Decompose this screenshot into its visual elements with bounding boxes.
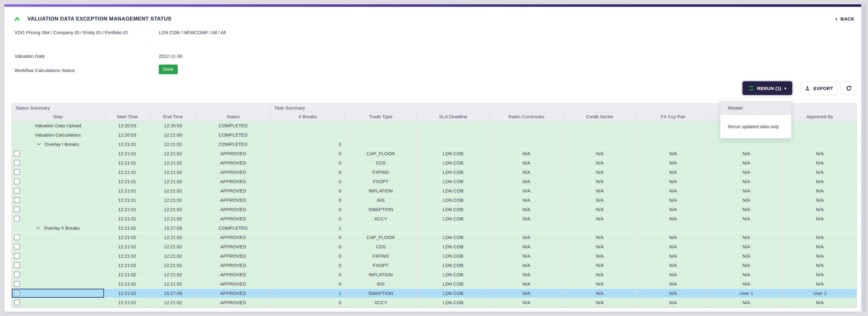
back-button[interactable]: ‹ BACK bbox=[835, 16, 854, 22]
cell-rates: N/A bbox=[490, 186, 563, 196]
cell-start: 12:21:02 bbox=[104, 279, 150, 289]
cell-start: 12:21:01 bbox=[104, 186, 150, 196]
cell-col11: User 1 bbox=[710, 289, 783, 298]
meta-value: LDN COB / NEWCOMP / All / All bbox=[159, 29, 226, 36]
cell-credit: N/A bbox=[563, 214, 637, 223]
cell-credit bbox=[563, 130, 637, 140]
expand-chevron-icon[interactable] bbox=[36, 226, 40, 230]
cell-rates: N/A bbox=[490, 168, 563, 177]
cell-credit: N/A bbox=[563, 186, 637, 196]
cell-breaks: 0 bbox=[271, 196, 345, 205]
table-row[interactable]: 12:21:0112:21:02APPROVED0CAP_FLOORLDN CO… bbox=[12, 149, 857, 158]
cell-credit: N/A bbox=[563, 298, 637, 307]
row-checkbox[interactable] bbox=[14, 244, 20, 250]
cell-status: APPROVED bbox=[196, 270, 271, 279]
rerun-dropdown-menu: RestartRerun updated data only bbox=[720, 98, 792, 138]
cell-status: APPROVED bbox=[196, 186, 271, 196]
cell-credit: N/A bbox=[563, 279, 637, 289]
column-header: # Breaks bbox=[271, 112, 345, 121]
cell-fx: N/A bbox=[637, 279, 710, 289]
table-row[interactable]: 12:21:0212:21:02APPROVED0CDSLDN COBN/AN/… bbox=[12, 242, 857, 251]
row-checkbox[interactable] bbox=[14, 290, 20, 296]
table-row[interactable]: 12:21:0215:27:09APPROVED1SWAPTIONLDN COB… bbox=[12, 289, 857, 298]
vertical-scrollbar[interactable] bbox=[862, 4, 866, 312]
export-label: EXPORT bbox=[813, 86, 833, 91]
table-row[interactable]: Overlay II Breaks12:21:0215:27:09COMPLET… bbox=[12, 223, 857, 233]
table-row[interactable]: 12:21:0112:21:02APPROVED0INFLATIONLDN CO… bbox=[12, 186, 857, 196]
cell-sla: LDN COB bbox=[416, 233, 490, 242]
cell-status: APPROVED bbox=[196, 242, 271, 251]
rerun-label: RERUN (1) bbox=[757, 86, 782, 91]
table-row[interactable]: 12:21:0112:21:02APPROVED0XCCYLDN COBN/AN… bbox=[12, 214, 857, 223]
reload-button[interactable] bbox=[841, 81, 857, 95]
cell-step bbox=[12, 149, 104, 158]
dropdown-item[interactable]: Restart bbox=[720, 101, 791, 115]
cell-sla: LDN COB bbox=[416, 205, 490, 214]
row-checkbox[interactable] bbox=[14, 216, 20, 222]
table-group-header: Status Summary bbox=[12, 104, 271, 112]
cell-status: APPROVED bbox=[196, 205, 271, 214]
cell-sla: LDN COB bbox=[416, 261, 490, 270]
cell-end: 12:21:02 bbox=[150, 242, 196, 251]
cell-step bbox=[12, 158, 104, 168]
cell-fx: N/A bbox=[637, 270, 710, 279]
row-checkbox[interactable] bbox=[14, 178, 20, 184]
cell-rates: N/A bbox=[490, 196, 563, 205]
status-badge: Done bbox=[159, 65, 178, 74]
table-row[interactable]: 12:21:0212:21:02APPROVED0FXFWDLDN COBN/A… bbox=[12, 251, 857, 261]
cell-breaks: 0 bbox=[271, 270, 345, 279]
collapse-section-icon[interactable] bbox=[14, 17, 20, 21]
table-row[interactable]: Overlay I Breaks12:21:0112:21:02COMPLETE… bbox=[12, 140, 857, 149]
row-checkbox[interactable] bbox=[14, 253, 20, 259]
row-checkbox[interactable] bbox=[14, 262, 20, 268]
dropdown-item[interactable]: Rerun updated data only bbox=[720, 119, 791, 134]
row-checkbox[interactable] bbox=[14, 234, 20, 240]
meta-valuation-date: Valuation Date 2022-11-30 bbox=[14, 52, 148, 60]
cell-col11: N/A bbox=[710, 214, 783, 223]
cell-sla: LDN COB bbox=[416, 242, 490, 251]
export-button[interactable]: EXPORT bbox=[801, 81, 837, 95]
cell-col11: N/A bbox=[710, 279, 783, 289]
row-checkbox[interactable] bbox=[14, 300, 20, 306]
row-checkbox[interactable] bbox=[14, 197, 20, 203]
cell-end: 12:21:02 bbox=[150, 261, 196, 270]
cell-credit: N/A bbox=[563, 158, 637, 168]
cell-sla: LDN COB bbox=[416, 196, 490, 205]
cell-step bbox=[12, 168, 104, 177]
table-row[interactable]: 12:21:0212:21:02APPROVED0XCCYLDN COBN/AN… bbox=[12, 298, 857, 307]
table-row[interactable]: 12:21:0212:21:02APPROVED0CAP_FLOORLDN CO… bbox=[12, 233, 857, 242]
cell-rates bbox=[490, 223, 563, 233]
row-checkbox[interactable] bbox=[14, 160, 20, 166]
cell-sla: LDN COB bbox=[416, 298, 490, 307]
table-row[interactable]: 12:21:0112:21:02APPROVED0CDSLDN COBN/AN/… bbox=[12, 158, 857, 168]
table-row[interactable]: 12:21:0212:21:02APPROVED0INFLATIONLDN CO… bbox=[12, 270, 857, 279]
table-row[interactable]: 12:21:0112:21:02APPROVED0FXFWDLDN COBN/A… bbox=[12, 168, 857, 177]
cell-status: COMPLETED bbox=[196, 121, 271, 130]
table-body: Valuation Data Upload12:20:5312:20:53COM… bbox=[12, 121, 857, 307]
table-row[interactable]: 12:21:0112:21:02APPROVED0IRSLDN COBN/AN/… bbox=[12, 196, 857, 205]
table-row[interactable]: 12:21:0112:21:02APPROVED0SWAPTIONLDN COB… bbox=[12, 205, 857, 214]
row-checkbox[interactable] bbox=[14, 169, 20, 175]
step-label: Overlay I Breaks bbox=[45, 142, 79, 147]
column-header: Start Time bbox=[104, 112, 150, 121]
cell-approved: N/A bbox=[783, 158, 857, 168]
table-row[interactable]: 12:21:0112:21:02APPROVED0FXOPTLDN COBN/A… bbox=[12, 177, 857, 186]
expand-chevron-icon[interactable] bbox=[37, 143, 41, 146]
row-checkbox[interactable] bbox=[14, 188, 20, 194]
cell-col11 bbox=[710, 140, 783, 149]
row-checkbox[interactable] bbox=[14, 150, 20, 156]
cell-rates: N/A bbox=[490, 233, 563, 242]
cell-credit: N/A bbox=[563, 205, 637, 214]
cell-end: 15:27:09 bbox=[150, 289, 196, 298]
cell-breaks: 0 bbox=[271, 233, 345, 242]
row-checkbox[interactable] bbox=[14, 272, 20, 278]
rerun-button[interactable]: RERUN (1) ▾ bbox=[743, 81, 792, 95]
cell-credit: N/A bbox=[563, 270, 637, 279]
row-checkbox[interactable] bbox=[14, 206, 20, 212]
cell-credit: N/A bbox=[563, 289, 637, 298]
table-row[interactable]: 12:21:0212:21:02APPROVED0FXOPTLDN COBN/A… bbox=[12, 261, 857, 270]
cell-col11 bbox=[710, 223, 783, 233]
cell-trade: IRS bbox=[345, 279, 416, 289]
table-row[interactable]: 12:21:0212:21:02APPROVED0IRSLDN COBN/AN/… bbox=[12, 279, 857, 289]
row-checkbox[interactable] bbox=[14, 281, 20, 287]
